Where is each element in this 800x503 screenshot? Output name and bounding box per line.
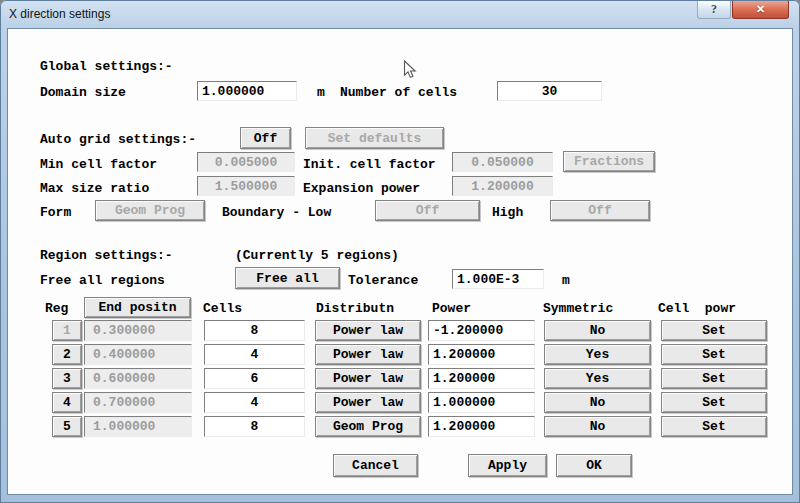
help-button[interactable]: ? <box>697 1 731 19</box>
ok-button[interactable]: OK <box>556 454 632 477</box>
apply-button[interactable]: Apply <box>468 454 547 477</box>
domain-size-field[interactable]: 1.000000 <box>197 81 297 101</box>
close-icon: ✕ <box>756 3 765 16</box>
end-position-field: 0.400000 <box>84 344 192 365</box>
window-title: X direction settings <box>9 7 110 21</box>
symmetric-button[interactable]: No <box>544 392 651 413</box>
symmetric-button[interactable]: No <box>544 416 651 437</box>
x-direction-settings-dialog: X direction settings ? ✕ Global settings… <box>0 0 800 503</box>
set-cell-power-button[interactable]: Set <box>661 344 767 365</box>
power-field[interactable]: 1.200000 <box>428 416 535 437</box>
region-row-2: 2 0.400000 4 Power law 1.200000 Yes Set <box>52 344 767 366</box>
form-label: Form <box>40 205 71 220</box>
set-cell-power-button[interactable]: Set <box>661 416 767 437</box>
symmetric-button[interactable]: Yes <box>544 344 651 365</box>
end-position-field: 0.700000 <box>84 392 192 413</box>
distribution-button[interactable]: Power law <box>315 320 421 341</box>
domain-size-label: Domain size <box>40 85 126 100</box>
end-position-field: 1.000000 <box>84 416 192 437</box>
help-icon: ? <box>711 2 717 17</box>
reg-button: 1 <box>52 320 82 341</box>
tolerance-field[interactable]: 1.000E-3 <box>452 269 544 289</box>
distribution-button[interactable]: Geom Prog <box>315 416 421 437</box>
cells-field[interactable]: 8 <box>204 320 305 341</box>
max-size-ratio-field: 1.500000 <box>197 176 295 196</box>
symmetric-button[interactable]: No <box>544 320 651 341</box>
min-cell-factor-field: 0.005000 <box>197 152 295 172</box>
region-row-4: 4 0.700000 4 Power law 1.000000 No Set <box>52 392 767 414</box>
region-count-text: (Currently 5 regions) <box>235 248 399 263</box>
region-row-5: 5 1.000000 8 Geom Prog 1.200000 No Set <box>52 416 767 438</box>
boundary-high-button: Off <box>550 200 650 221</box>
reg-button[interactable]: 2 <box>52 344 82 365</box>
number-of-cells-label: Number of cells <box>340 85 457 100</box>
distribution-button[interactable]: Power law <box>315 368 421 389</box>
init-cell-factor-label: Init. cell factor <box>303 157 436 172</box>
min-cell-factor-label: Min cell factor <box>40 157 157 172</box>
reg-button[interactable]: 5 <box>52 416 82 437</box>
column-header-cells: Cells <box>203 301 242 316</box>
power-field[interactable]: -1.200000 <box>428 320 535 341</box>
tolerance-unit: m <box>562 273 570 288</box>
set-cell-power-button[interactable]: Set <box>661 320 767 341</box>
boundary-low-button: Off <box>375 200 480 221</box>
region-row-3: 3 0.600000 6 Power law 1.200000 Yes Set <box>52 368 767 390</box>
fractions-button: Fractions <box>563 151 655 172</box>
cells-field[interactable]: 4 <box>204 392 305 413</box>
column-header-power: Power <box>432 301 471 316</box>
max-size-ratio-label: Max size ratio <box>40 181 149 196</box>
distribution-button[interactable]: Power law <box>315 344 421 365</box>
region-settings-heading: Region settings:- <box>40 248 173 263</box>
form-button: Geom Prog <box>95 200 205 221</box>
power-field[interactable]: 1.200000 <box>428 368 535 389</box>
global-settings-heading: Global settings:- <box>40 59 173 74</box>
expansion-power-field: 1.200000 <box>452 176 553 196</box>
power-field[interactable]: 1.000000 <box>428 392 535 413</box>
reg-button[interactable]: 4 <box>52 392 82 413</box>
tolerance-label: Tolerance <box>348 273 418 288</box>
region-row-1: 1 0.300000 8 Power law -1.200000 No Set <box>52 320 767 342</box>
number-of-cells-field[interactable]: 30 <box>497 81 602 101</box>
column-header-symmetric: Symmetric <box>543 301 613 316</box>
distribution-button[interactable]: Power law <box>315 392 421 413</box>
free-all-regions-label: Free all regions <box>40 273 165 288</box>
titlebar[interactable]: X direction settings ? ✕ <box>0 0 800 28</box>
domain-size-unit: m <box>317 85 325 100</box>
column-header-reg: Reg <box>45 301 68 316</box>
end-position-field: 0.300000 <box>84 320 192 341</box>
cells-field[interactable]: 4 <box>204 344 305 365</box>
column-header-cell-power: Cell powr <box>658 301 736 316</box>
end-position-field: 0.600000 <box>84 368 192 389</box>
cells-field[interactable]: 6 <box>204 368 305 389</box>
auto-grid-state-button[interactable]: Off <box>240 127 291 149</box>
end-position-header-button[interactable]: End positn <box>84 297 191 318</box>
init-cell-factor-field: 0.050000 <box>452 152 553 172</box>
symmetric-button[interactable]: Yes <box>544 368 651 389</box>
set-defaults-button: Set defaults <box>305 127 444 149</box>
reg-button[interactable]: 3 <box>52 368 82 389</box>
power-field[interactable]: 1.200000 <box>428 344 535 365</box>
boundary-low-label: Boundary - Low <box>222 205 331 220</box>
column-header-distribution: Distributn <box>316 301 394 316</box>
expansion-power-label: Expansion power <box>303 181 420 196</box>
auto-grid-heading: Auto grid settings:- <box>40 132 196 147</box>
set-cell-power-button[interactable]: Set <box>661 392 767 413</box>
set-cell-power-button[interactable]: Set <box>661 368 767 389</box>
close-button[interactable]: ✕ <box>732 1 789 19</box>
cells-field[interactable]: 8 <box>204 416 305 437</box>
free-all-button[interactable]: Free all <box>235 267 340 289</box>
boundary-high-label: High <box>492 205 523 220</box>
cancel-button[interactable]: Cancel <box>333 454 418 477</box>
